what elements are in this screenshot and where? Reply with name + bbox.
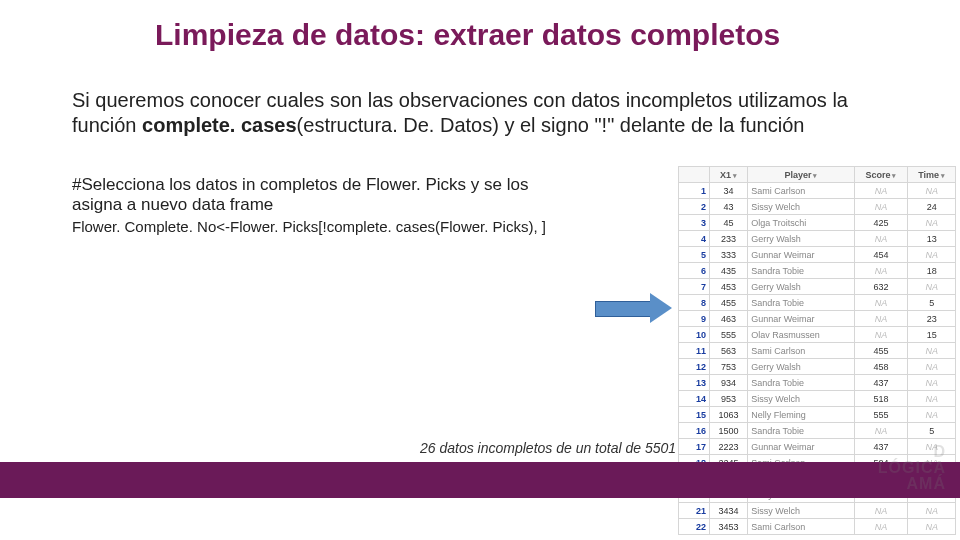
table-cell: Gunnar Weimar [748, 247, 855, 263]
body-bold: complete. cases [142, 114, 297, 136]
table-cell: NA [854, 503, 908, 519]
table-cell: 435 [710, 263, 748, 279]
watermark-l3: AMÁ [907, 475, 946, 492]
table-row: 12753Gerry Walsh458NA [679, 359, 956, 375]
table-row: 134Sami CarlsonNANA [679, 183, 956, 199]
body-post: (estructura. De. Datos) y el signo "!" d… [297, 114, 805, 136]
table-row: 7453Gerry Walsh632NA [679, 279, 956, 295]
table-cell: Gerry Walsh [748, 359, 855, 375]
table-cell: 21 [679, 503, 710, 519]
table-cell: 934 [710, 375, 748, 391]
table-cell: 4 [679, 231, 710, 247]
table-cell: Sissy Welch [748, 199, 855, 215]
table-row: 151063Nelly Fleming555NA [679, 407, 956, 423]
table-cell: Sandra Tobie [748, 375, 855, 391]
table-cell: 2 [679, 199, 710, 215]
table-cell: 753 [710, 359, 748, 375]
table-cell: Sami Carlson [748, 519, 855, 535]
table-cell: NA [908, 519, 956, 535]
body-text: Si queremos conocer cuales son las obser… [72, 88, 892, 138]
table-cell: 17 [679, 439, 710, 455]
table-cell: 12 [679, 359, 710, 375]
table-row: 10555Olav RasmussenNA15 [679, 327, 956, 343]
code-comment: #Selecciona los datos in completos de Fl… [72, 175, 572, 216]
table-cell: NA [854, 311, 908, 327]
table-row: 345Olga Troitschi425NA [679, 215, 956, 231]
table-cell: NA [854, 327, 908, 343]
table-cell: 458 [854, 359, 908, 375]
table-cell: 16 [679, 423, 710, 439]
arrow-right-icon [595, 295, 675, 321]
table-cell: 1 [679, 183, 710, 199]
table-row: 8455Sandra TobieNA5 [679, 295, 956, 311]
table-cell: Sandra Tobie [748, 423, 855, 439]
table-cell: NA [908, 215, 956, 231]
table-cell: 437 [854, 375, 908, 391]
table-cell: Nelly Fleming [748, 407, 855, 423]
table-cell: NA [854, 423, 908, 439]
table-cell: 13 [908, 231, 956, 247]
table-cell: NA [908, 279, 956, 295]
table-cell: Sandra Tobie [748, 295, 855, 311]
table-row: 4233Gerry WalshNA13 [679, 231, 956, 247]
table-cell: 8 [679, 295, 710, 311]
table-cell: Sissy Welch [748, 391, 855, 407]
table-cell: 5 [908, 423, 956, 439]
watermark-l1: D [933, 443, 946, 460]
table-cell: 13 [679, 375, 710, 391]
table-cell: Sissy Welch [748, 503, 855, 519]
table-cell: 3 [679, 215, 710, 231]
table-row: 243Sissy WelchNA24 [679, 199, 956, 215]
table-cell: 1500 [710, 423, 748, 439]
table-cell: 5 [679, 247, 710, 263]
table-cell: NA [908, 359, 956, 375]
table-row: 223453Sami CarlsonNANA [679, 519, 956, 535]
table-row: 13934Sandra Tobie437NA [679, 375, 956, 391]
table-cell: NA [854, 295, 908, 311]
logo-watermark: D LÓGICA AMÁ [878, 444, 946, 492]
table-cell: Olav Rasmussen [748, 327, 855, 343]
table-cell: Gerry Walsh [748, 231, 855, 247]
header-score: Score [854, 167, 908, 183]
table-cell: NA [854, 231, 908, 247]
table-cell: NA [854, 199, 908, 215]
table-cell: NA [908, 503, 956, 519]
table-cell: 34 [710, 183, 748, 199]
table-cell: NA [908, 375, 956, 391]
table-cell: NA [908, 391, 956, 407]
table-cell: 23 [908, 311, 956, 327]
table-cell: 6 [679, 263, 710, 279]
table-cell: 455 [854, 343, 908, 359]
table-row: 11563Sami Carlson455NA [679, 343, 956, 359]
table-cell: 9 [679, 311, 710, 327]
table-cell: 3434 [710, 503, 748, 519]
table-cell: NA [908, 183, 956, 199]
table-row: 6435Sandra TobieNA18 [679, 263, 956, 279]
table-cell: Gerry Walsh [748, 279, 855, 295]
table-cell: 455 [710, 295, 748, 311]
table-cell: 5 [908, 295, 956, 311]
table-cell: 233 [710, 231, 748, 247]
table-cell: Sandra Tobie [748, 263, 855, 279]
table-cell: 425 [854, 215, 908, 231]
table-cell: 333 [710, 247, 748, 263]
table-cell: 453 [710, 279, 748, 295]
watermark-l2: LÓGICA [878, 459, 946, 476]
table-cell: 43 [710, 199, 748, 215]
table-cell: 953 [710, 391, 748, 407]
table-cell: NA [908, 407, 956, 423]
table-row: 5333Gunnar Weimar454NA [679, 247, 956, 263]
table-cell: 15 [679, 407, 710, 423]
table-caption: 26 datos incompletos de un total de 5501 [420, 440, 676, 456]
table-cell: Gunnar Weimar [748, 311, 855, 327]
table-cell: 7 [679, 279, 710, 295]
table-cell: NA [854, 263, 908, 279]
table-header-row: X1 Player Score Time [679, 167, 956, 183]
table-cell: NA [854, 183, 908, 199]
table-row: 14953Sissy Welch518NA [679, 391, 956, 407]
code-line: Flower. Complete. No<-Flower. Picks[!com… [72, 218, 632, 235]
table-cell: 555 [710, 327, 748, 343]
slide: Limpieza de datos: extraer datos complet… [0, 0, 960, 540]
table-cell: Olga Troitschi [748, 215, 855, 231]
table-cell: Sami Carlson [748, 183, 855, 199]
